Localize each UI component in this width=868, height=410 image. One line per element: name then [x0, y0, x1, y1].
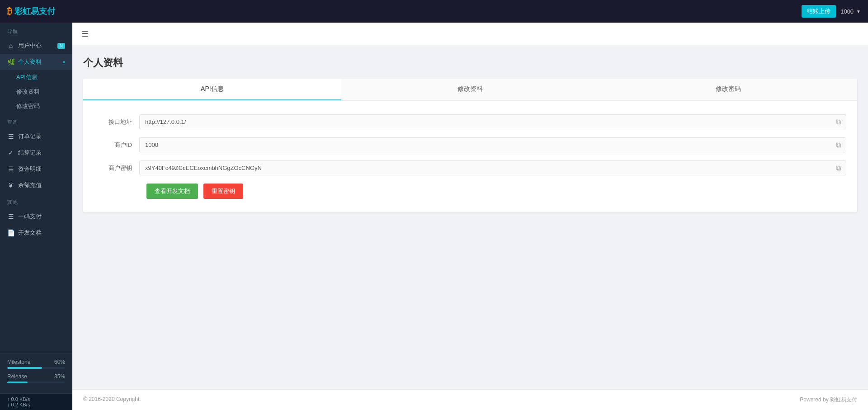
merchant-id-label: 商户ID — [94, 141, 139, 149]
sidebar-item-dev-docs[interactable]: 📄 开发文档 — [0, 225, 72, 241]
fund-icon: ☰ — [7, 165, 14, 173]
sidebar-label-order-records: 订单记录 — [18, 132, 42, 141]
app-logo: ₿ 彩虹易支付 — [7, 6, 55, 17]
api-url-row: 接口地址 ⧉ — [94, 114, 846, 129]
user-id: 1000 — [840, 8, 854, 15]
merchant-key-copy-button[interactable]: ⧉ — [834, 163, 843, 173]
reset-key-button[interactable]: 重置密钥 — [203, 184, 243, 199]
sidebar-bottom: Milestone 60% Release 35% — [0, 353, 72, 393]
api-url-input[interactable] — [139, 114, 846, 129]
action-row: 查看开发文档 重置密钥 — [94, 184, 846, 199]
milestone-section: Milestone 60% — [7, 359, 65, 369]
home-icon: ⌂ — [7, 42, 14, 49]
sidebar-item-one-code-pay[interactable]: ☰ 一码支付 — [0, 208, 72, 225]
milestone-percent: 60% — [54, 359, 65, 365]
nav-section-label: 导航 — [0, 23, 72, 38]
api-url-copy-button[interactable]: ⧉ — [834, 117, 843, 127]
query-section-label: 查询 — [0, 113, 72, 128]
sidebar-label-settlement-records: 结算记录 — [18, 149, 42, 157]
tab-api-info[interactable]: API信息 — [83, 79, 341, 100]
sidebar-item-order-records[interactable]: ☰ 订单记录 — [0, 128, 72, 145]
app-name: 彩虹易支付 — [14, 6, 55, 17]
merchant-key-label: 商户密钥 — [94, 164, 139, 172]
release-progress-bar — [7, 382, 65, 383]
topbar-left: ₿ 彩虹易支付 — [7, 6, 55, 17]
milestone-progress-fill — [7, 367, 42, 369]
api-info-tab-content: 接口地址 ⧉ 商户ID ⧉ 商户密钥 — [83, 101, 857, 212]
release-row: Release 35% — [7, 373, 65, 380]
bitcoin-icon: ₿ — [7, 6, 12, 17]
api-url-field-wrap: ⧉ — [139, 114, 846, 129]
merchant-key-row: 商户密钥 ⧉ — [94, 160, 846, 175]
release-section: Release 35% — [7, 373, 65, 383]
sidebar-item-user-center[interactable]: ⌂ 用户中心 N — [0, 38, 72, 54]
merchant-id-input[interactable] — [139, 137, 846, 152]
main-content: ☰ 个人资料 API信息 修改资料 修改密码 接口地址 — [72, 23, 868, 410]
sidebar-item-fund-details[interactable]: ☰ 资金明细 — [0, 161, 72, 177]
sub-label-api-info: API信息 — [16, 73, 38, 81]
milestone-progress-bar — [7, 367, 65, 369]
speed-bar: ↑ 0.0 KB/s ↓ 0.2 KB/s — [0, 393, 72, 410]
layout: 导航 ⌂ 用户中心 N 🌿 个人资料 ▾ API信息 修改资料 修改密码 查询 … — [0, 23, 868, 410]
milestone-label: Milestone — [7, 359, 30, 365]
upload-button[interactable]: 结账上传 — [802, 5, 836, 18]
sidebar-label-fund-details: 资金明细 — [18, 165, 42, 173]
hamburger-icon[interactable]: ☰ — [81, 29, 89, 39]
sidebar-item-personal-info[interactable]: 🌿 个人资料 ▾ — [0, 54, 72, 70]
footer: © 2016-2020 Copyright. Powered by 彩虹易支付 — [72, 389, 868, 410]
tab-change-password[interactable]: 修改密码 — [599, 79, 857, 100]
milestone-row: Milestone 60% — [7, 359, 65, 365]
qr-icon: ☰ — [7, 213, 14, 220]
upload-speed: ↑ 0.0 KB/s — [7, 396, 30, 402]
page-title: 个人资料 — [83, 56, 857, 70]
leaf-icon: 🌿 — [7, 58, 14, 66]
upload-speed-row: ↑ 0.0 KB/s — [7, 396, 65, 402]
sidebar-label-user-center: 用户中心 — [18, 42, 42, 50]
sidebar-label-balance-recharge: 余额充值 — [18, 181, 42, 189]
sidebar: 导航 ⌂ 用户中心 N 🌿 个人资料 ▾ API信息 修改资料 修改密码 查询 … — [0, 23, 72, 410]
doc-icon: 📄 — [7, 229, 14, 236]
sidebar-label-one-code-pay: 一码支付 — [18, 212, 42, 221]
api-url-label: 接口地址 — [94, 118, 139, 126]
user-caret-icon: ▼ — [856, 9, 861, 14]
merchant-id-row: 商户ID ⧉ — [94, 137, 846, 152]
tabs: API信息 修改资料 修改密码 — [83, 79, 857, 101]
sidebar-label-dev-docs: 开发文档 — [18, 229, 42, 237]
topbar-right: 结账上传 1000 ▼ — [802, 5, 861, 18]
topbar-user[interactable]: 1000 ▼ — [840, 8, 861, 15]
release-progress-fill — [7, 382, 28, 383]
topbar: ₿ 彩虹易支付 结账上传 1000 ▼ — [0, 0, 868, 23]
download-speed: ↓ 0.2 KB/s — [7, 402, 30, 407]
release-percent: 35% — [54, 373, 65, 380]
footer-copyright: © 2016-2020 Copyright. — [83, 396, 141, 404]
sidebar-item-balance-recharge[interactable]: ¥ 余额充值 — [0, 177, 72, 193]
view-docs-button[interactable]: 查看开发文档 — [146, 184, 198, 199]
sub-label-edit-profile: 修改资料 — [16, 88, 40, 96]
content-body: 个人资料 API信息 修改资料 修改密码 接口地址 ⧉ — [72, 45, 868, 389]
user-center-badge: N — [57, 43, 65, 49]
chevron-down-icon: ▾ — [63, 60, 65, 65]
sidebar-item-settlement-records[interactable]: ✓ 结算记录 — [0, 145, 72, 161]
sidebar-sub-edit-profile[interactable]: 修改资料 — [0, 85, 72, 99]
release-label: Release — [7, 373, 27, 380]
merchant-key-input[interactable] — [139, 160, 846, 175]
check-icon: ✓ — [7, 149, 14, 156]
merchant-key-field-wrap: ⧉ — [139, 160, 846, 175]
sidebar-sub-api-info[interactable]: API信息 — [0, 70, 72, 85]
yen-icon: ¥ — [7, 182, 14, 189]
sidebar-sub-change-password[interactable]: 修改密码 — [0, 99, 72, 113]
content-topbar: ☰ — [72, 23, 868, 45]
other-section-label: 其他 — [0, 193, 72, 208]
merchant-id-field-wrap: ⧉ — [139, 137, 846, 152]
download-speed-row: ↓ 0.2 KB/s — [7, 402, 65, 407]
sub-label-change-password: 修改密码 — [16, 102, 40, 110]
main-card: API信息 修改资料 修改密码 接口地址 ⧉ 商户ID — [83, 79, 857, 212]
sidebar-label-personal-info: 个人资料 — [18, 58, 42, 66]
footer-powered: Powered by 彩虹易支付 — [800, 396, 857, 404]
list-icon: ☰ — [7, 133, 14, 140]
merchant-id-copy-button[interactable]: ⧉ — [834, 140, 843, 150]
tab-edit-profile[interactable]: 修改资料 — [341, 79, 599, 100]
